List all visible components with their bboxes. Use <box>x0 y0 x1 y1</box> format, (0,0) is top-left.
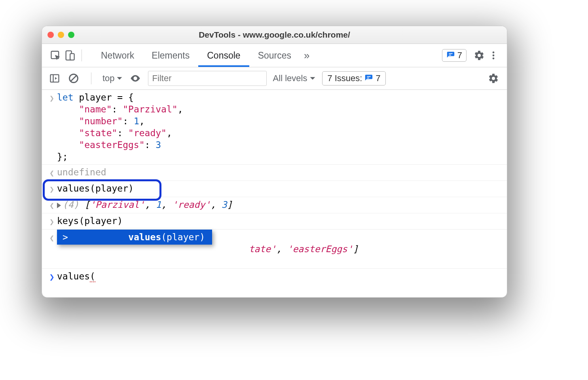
title-bar: DevTools - www.google.co.uk/chrome/ <box>42 26 507 44</box>
console-prompt-text[interactable]: values( <box>57 270 502 282</box>
live-expression-icon[interactable] <box>129 72 142 85</box>
svg-point-8 <box>134 78 136 80</box>
autocomplete-popup[interactable]: > values(player) <box>57 230 212 245</box>
console-messages-chip[interactable]: 7 <box>442 49 467 62</box>
console-prompt-row[interactable]: values( <box>42 269 507 285</box>
separator <box>82 49 82 61</box>
context-selector[interactable]: top <box>102 73 123 84</box>
tab-console[interactable]: Console <box>198 44 249 67</box>
clear-console-icon[interactable] <box>67 72 80 85</box>
devtools-window: DevTools - www.google.co.uk/chrome/ Netw… <box>42 26 507 298</box>
console-output-row[interactable]: (4) ['name', 'number', 'state', 'easterE… <box>42 230 507 269</box>
input-marker-icon <box>47 91 57 104</box>
message-icon <box>446 51 455 60</box>
panel-tabs: Network Elements Console Sources » <box>92 44 313 67</box>
input-marker-icon <box>47 215 57 228</box>
window-title: DevTools - www.google.co.uk/chrome/ <box>42 30 507 40</box>
console-input-row: keys(player) <box>42 213 507 230</box>
message-icon <box>364 74 373 83</box>
output-marker-icon <box>47 231 57 244</box>
svg-rect-2 <box>70 53 74 60</box>
console-output-row[interactable]: (4) ['Parzival', 1, 'ready', 3] <box>42 197 507 213</box>
main-tab-bar: Network Elements Console Sources » 7 <box>42 44 507 67</box>
console-input-row: values(player) <box>42 181 507 197</box>
tab-elements[interactable]: Elements <box>143 44 198 67</box>
svg-point-5 <box>493 57 495 59</box>
filter-input[interactable] <box>148 71 267 86</box>
svg-point-3 <box>493 51 495 53</box>
device-toggle-icon[interactable] <box>63 48 77 63</box>
console-output-undefined: undefined <box>57 166 502 178</box>
window-title-url: www.google.co.uk/chrome/ <box>243 30 350 39</box>
console-toolbar: top All levels 7 Issues: 7 <box>42 67 507 90</box>
window-title-prefix: DevTools - <box>199 30 243 39</box>
console-input-row: let player = { "name": "Parzival", "numb… <box>42 90 507 165</box>
output-marker-icon <box>47 166 57 179</box>
messages-count: 7 <box>457 50 462 61</box>
more-tabs-button[interactable]: » <box>300 44 313 67</box>
settings-gear-icon[interactable] <box>472 48 486 63</box>
kebab-menu-icon[interactable] <box>486 48 501 63</box>
inspect-element-icon[interactable] <box>48 48 63 63</box>
prompt-marker-icon <box>47 270 57 283</box>
toggle-sidebar-icon[interactable] <box>48 72 61 85</box>
console-output-array: (4) ['Parzival', 1, 'ready', 3] <box>57 199 502 211</box>
console-settings-gear-icon[interactable] <box>486 71 501 86</box>
chevron-down-icon <box>116 75 123 82</box>
output-marker-icon <box>47 199 57 211</box>
console-code: keys(player) <box>57 215 502 227</box>
console-body[interactable]: let player = { "name": "Parzival", "numb… <box>42 90 507 297</box>
issues-chip[interactable]: 7 Issues: 7 <box>322 71 385 86</box>
svg-point-4 <box>493 55 495 57</box>
console-output-row: undefined <box>42 165 507 181</box>
tab-network[interactable]: Network <box>92 44 143 67</box>
expand-triangle-icon[interactable] <box>57 203 61 208</box>
console-code: let player = { "name": "Parzival", "numb… <box>57 91 502 163</box>
svg-rect-6 <box>51 75 59 82</box>
input-marker-icon <box>47 182 57 195</box>
tab-sources[interactable]: Sources <box>249 44 300 67</box>
separator <box>91 72 91 84</box>
log-levels-selector[interactable]: All levels <box>273 73 316 84</box>
chevron-down-icon <box>309 75 316 82</box>
console-code: values(player) <box>57 182 502 194</box>
